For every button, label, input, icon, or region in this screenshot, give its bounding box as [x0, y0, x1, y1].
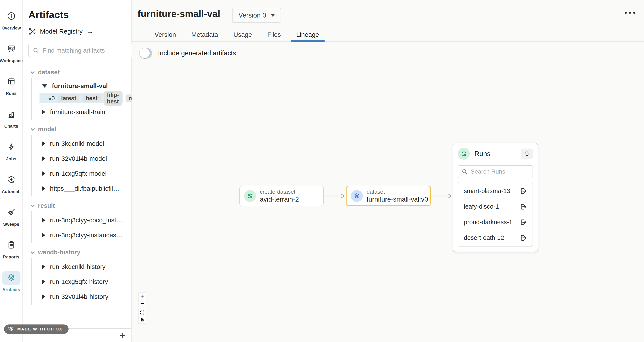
tree-section-body: run-3nq3ctyy-coco_inst…run-3nq3ctyy-inst…: [32, 211, 131, 243]
nav-sweeps[interactable]: Sweeps: [0, 200, 23, 233]
nav-label: Charts: [4, 124, 18, 129]
toggle-knob: [140, 48, 150, 58]
automation-cycle-icon: [2, 173, 20, 187]
fox-icon: [8, 326, 14, 332]
lineage-node-create-dataset[interactable]: create-dataset avid-terrain-2: [239, 186, 324, 206]
tree-section-result: resultrun-3nq3ctyy-coco_inst…run-3nq3cty…: [23, 200, 131, 243]
artifact-search[interactable]: [28, 44, 133, 57]
runs-search-input[interactable]: [470, 168, 529, 175]
nav-charts[interactable]: Charts: [0, 102, 23, 135]
runs-panel: Runs 9 smart-plasma-13leafy-disco-1proud…: [453, 143, 538, 252]
ellipsis-icon: [625, 12, 627, 14]
triangle-down-icon: [42, 84, 47, 88]
artifact-header: furniture-small-val Version 0: [132, 0, 644, 28]
nav-workspace[interactable]: Workspace: [0, 37, 23, 69]
triangle-right-icon: [42, 294, 45, 299]
triangle-right-icon: [42, 171, 45, 176]
tree-item[interactable]: run-3kqcnlkl-model: [32, 136, 131, 151]
chevron-down-icon: [30, 70, 35, 74]
zoom-out-button[interactable]: −: [138, 300, 146, 307]
info-icon: [2, 10, 20, 24]
search-icon: [33, 47, 39, 54]
tree-item[interactable]: https___dl.fbaipublicfil…: [32, 181, 131, 196]
nav-jobs[interactable]: Jobs: [0, 135, 23, 167]
tab-lineage[interactable]: Lineage: [288, 28, 327, 42]
run-name: desert-oath-12: [464, 234, 504, 241]
tree-item[interactable]: run-1cxg5qfx-model: [32, 166, 131, 181]
nav-overview[interactable]: Overview: [0, 4, 23, 37]
nav-automations[interactable]: Automat.: [0, 167, 23, 200]
node-name: furniture-small-val:v0: [367, 195, 428, 203]
add-artifact-button[interactable]: +: [119, 330, 125, 340]
app-window: Overview Workspace Runs Charts Jobs: [0, 0, 644, 342]
nav-artifacts[interactable]: Artifacts: [0, 265, 23, 298]
open-run-icon: [519, 203, 527, 211]
run-name: proud-darkness-1: [464, 219, 512, 226]
chevron-down-icon: [30, 203, 35, 207]
lineage-edge: [324, 193, 346, 199]
model-registry-label: Model Registry: [40, 28, 83, 35]
arrow-right-icon: →: [86, 27, 93, 35]
nav-label: Jobs: [6, 156, 16, 161]
search-icon: [462, 169, 468, 175]
tree-item[interactable]: run-3nq3ctyy-instances…: [32, 228, 131, 243]
runs-search[interactable]: [458, 165, 533, 178]
run-icon: [244, 190, 256, 202]
run-row[interactable]: leafy-disco-1: [458, 199, 532, 214]
tree-section-header[interactable]: result: [23, 200, 131, 211]
model-registry-link[interactable]: Model Registry →: [28, 27, 131, 35]
triangle-right-icon: [42, 110, 45, 114]
tree-item[interactable]: furniture-small-val: [32, 79, 131, 93]
run-row[interactable]: proud-darkness-1: [458, 214, 532, 230]
tree-item[interactable]: run-1cxg5qfx-history: [32, 274, 131, 289]
run-row[interactable]: desert-oath-12: [458, 230, 532, 246]
more-options-button[interactable]: [625, 12, 635, 14]
bar-chart-icon: [2, 108, 20, 122]
tree-section-model: modelrun-3kqcnlkl-modelrun-32v01i4b-mode…: [23, 123, 131, 196]
tree-section-header[interactable]: wandb-history: [23, 246, 131, 258]
version-select-button[interactable]: Version 0: [232, 8, 281, 23]
tab-files[interactable]: Files: [260, 28, 288, 42]
tree-item[interactable]: run-32v01i4b-history: [32, 289, 131, 304]
fit-view-button[interactable]: [138, 309, 146, 316]
triangle-right-icon: [42, 279, 45, 284]
tree-section-header[interactable]: model: [23, 123, 131, 135]
tree-item[interactable]: run-3kqcnlkl-history: [32, 259, 131, 274]
tree-section-label: dataset: [38, 69, 60, 76]
chevron-down-icon: [271, 14, 274, 17]
tree-section-label: result: [38, 202, 55, 209]
tab-usage[interactable]: Usage: [226, 28, 260, 42]
include-generated-toggle[interactable]: [139, 48, 152, 59]
nav-reports[interactable]: Reports: [0, 233, 23, 265]
tree-item[interactable]: furniture-small-train: [32, 105, 131, 120]
tree-item[interactable]: run-3nq3ctyy-coco_inst…: [32, 213, 131, 228]
artifact-version-row-selected[interactable]: v0latestbestfilip-bestnew: [40, 93, 123, 103]
triangle-right-icon: [42, 141, 45, 146]
triangle-right-icon: [42, 218, 45, 222]
tree-item[interactable]: run-32v01i4b-model: [32, 151, 131, 166]
tab-metadata[interactable]: Metadata: [184, 28, 226, 42]
gifox-badge: MADE WITH GIFOX: [4, 324, 68, 334]
zoom-in-button[interactable]: +: [138, 292, 146, 300]
tree-item-label: run-1cxg5qfx-history: [50, 278, 108, 285]
run-name: leafy-disco-1: [464, 203, 499, 210]
lineage-node-dataset[interactable]: dataset furniture-small-val:v0: [346, 186, 431, 206]
nav-runs[interactable]: Runs: [0, 69, 23, 102]
tree-section-label: model: [38, 126, 56, 133]
lightning-icon: [2, 140, 20, 154]
lock-button[interactable]: [138, 316, 146, 324]
lineage-canvas[interactable]: Include generated artifacts create-datas…: [132, 42, 644, 342]
main-content: furniture-small-val Version 0 Version Me…: [132, 0, 644, 342]
tree-section-header[interactable]: dataset: [23, 67, 131, 78]
nav-label: Runs: [6, 91, 17, 96]
tree-item-label: furniture-small-train: [50, 108, 105, 116]
broom-icon: [2, 206, 20, 220]
dataset-icon: [351, 190, 363, 202]
tab-version[interactable]: Version: [147, 28, 184, 42]
run-row[interactable]: smart-plasma-13: [458, 183, 532, 199]
gifox-badge-text: MADE WITH GIFOX: [17, 327, 62, 331]
tree-item-label: run-3nq3ctyy-instances…: [50, 231, 122, 239]
runs-panel-header: Runs 9: [453, 143, 538, 162]
chevron-down-icon: [30, 127, 35, 131]
artifact-search-input[interactable]: [42, 47, 129, 54]
